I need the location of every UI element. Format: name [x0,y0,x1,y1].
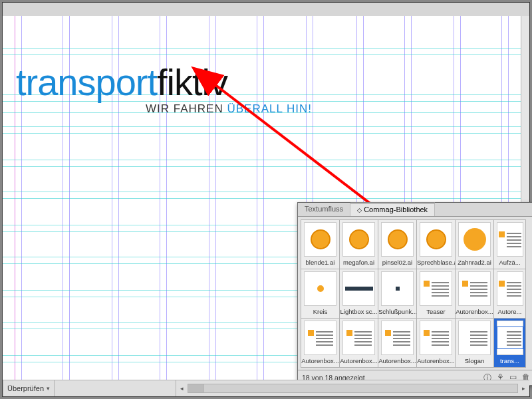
logo-part2: fiktiv [157,61,227,103]
logo-wordmark: transportfiktiv [16,64,312,101]
megaphone-icon [349,229,369,249]
library-item[interactable]: Sprechblase.ai [416,219,456,269]
snippet-icon [307,327,334,348]
library-item[interactable]: Autorenbox... [339,318,378,368]
library-item[interactable]: Kreis [301,269,340,319]
library-item[interactable]: megafon.ai [339,219,378,269]
brush-icon [388,229,408,249]
panel-tabs: Textumfluss ◇ Commag-Bibliothek [298,203,532,217]
snippet-icon [422,278,450,299]
library-item[interactable]: Teaser [416,269,456,319]
logo-part1: transport [16,61,157,103]
horizontal-scrollbar[interactable] [188,384,518,393]
library-item-selected[interactable]: trans... [493,318,526,368]
snippet-icon [384,327,412,348]
status-check[interactable]: Überprüfen ▾ [3,384,54,392]
snippet-icon [461,327,489,348]
status-bar: Überprüfen ▾ ◂ ▸ [3,380,529,396]
library-item[interactable]: Autorenbox... [455,269,494,319]
library-item[interactable]: Schlußpunk... [378,269,417,319]
app-window: transportfiktiv WIR FAHREN ÜBERALL HIN! … [2,2,530,397]
square-icon [396,287,400,291]
chevron-down-icon: ▾ [47,385,50,392]
speech-bubble-icon [426,229,446,249]
snippet-icon [422,327,450,348]
library-item[interactable]: Slogan [455,318,494,368]
library-item[interactable]: blende1.ai [301,219,340,269]
library-grid[interactable]: blende1.ai megafon.ai pinsel02.ai Sprech… [298,217,532,370]
library-item[interactable]: Autorenbox... [378,318,417,368]
library-item[interactable]: Lightbox sc... [339,269,378,319]
snippet-icon [497,278,523,299]
gear-icon [466,230,484,249]
library-item[interactable]: pinsel02.ai [378,219,417,269]
tagline-part1: WIR FAHREN [146,102,227,115]
hscroll-right[interactable]: ▸ [518,385,529,392]
snippet-icon [345,327,373,348]
aperture-icon [311,229,331,249]
library-item[interactable]: Zahnrad2.ai [455,219,494,269]
circle-icon [317,285,324,292]
snippet-icon [497,229,523,250]
tab-library[interactable]: ◇ Commag-Bibliothek [350,202,435,216]
logo-block[interactable]: transportfiktiv WIR FAHREN ÜBERALL HIN! [16,64,312,116]
library-item[interactable]: Autorenbox... [416,318,456,368]
tagline-part2: ÜBERALL HIN! [227,102,312,115]
snippet-icon [497,327,523,348]
library-item[interactable]: Autore... [493,269,526,319]
tab-textwrap[interactable]: Textumfluss [298,203,350,216]
library-panel[interactable]: Textumfluss ◇ Commag-Bibliothek blende1.… [297,202,532,386]
hscroll-left[interactable]: ◂ [176,385,188,392]
library-item[interactable]: Aufzä... [493,219,526,269]
snippet-icon [461,278,489,299]
library-item[interactable]: Autorenbox... [301,318,340,368]
logo-tagline: WIR FAHREN ÜBERALL HIN! [16,102,312,116]
bar-icon [345,287,373,291]
